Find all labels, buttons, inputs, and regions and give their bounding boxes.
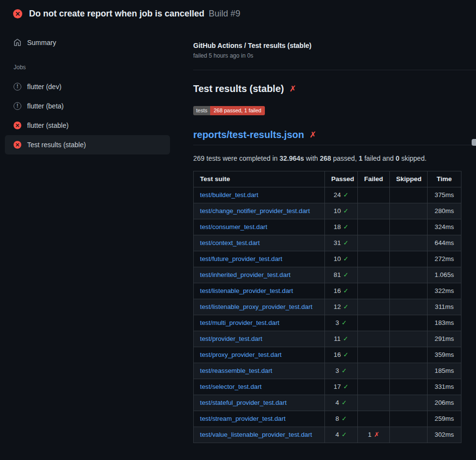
failed-cell — [358, 315, 390, 331]
test-suite-link[interactable]: test/value_listenable_provider_test.dart — [200, 431, 312, 438]
test-suite-link[interactable]: test/consumer_test.dart — [200, 223, 267, 230]
skipped-cell — [390, 427, 428, 443]
sidebar-item-job[interactable]: ! flutter (dev) — [5, 77, 170, 96]
sidebar-jobs: ! flutter (dev) ! flutter (beta) × flutt… — [5, 77, 170, 154]
summary-value: 32.964s — [279, 154, 304, 162]
skipped-cell — [390, 203, 428, 219]
alert-circle-icon: ! — [14, 102, 21, 110]
sidebar-item-job[interactable]: ! flutter (beta) — [5, 96, 170, 116]
report-title: reports/test-results.json ✗ — [193, 129, 476, 145]
header: × Do not create report when job is cance… — [0, 0, 476, 19]
test-suite-link[interactable]: test/change_notifier_provider_test.dart — [200, 207, 310, 215]
test-suite-link[interactable]: test/multi_provider_test.dart — [200, 319, 279, 326]
time-cell: 311ms — [428, 299, 461, 315]
suite-cell: test/value_listenable_provider_test.dart — [194, 427, 325, 443]
test-suite-link[interactable]: test/stateful_provider_test.dart — [200, 399, 287, 406]
table-row: test/stateful_provider_test.dart 4✓ 206m… — [194, 395, 461, 411]
time-cell: 302ms — [428, 427, 461, 443]
suite-cell: test/provider_test.dart — [194, 331, 325, 347]
x-icon: ✗ — [289, 83, 296, 94]
table-row: test/future_provider_test.dart 10✓ 272ms — [194, 251, 461, 267]
time-cell: 324ms — [428, 219, 461, 235]
badge-label: tests — [193, 106, 210, 115]
check-icon: ✓ — [343, 335, 348, 342]
sidebar-item-label: flutter (stable) — [27, 122, 69, 129]
table-row: test/reassemble_test.dart 3✓ 185ms — [194, 363, 461, 379]
passed-cell: 3✓ — [325, 315, 358, 331]
suite-cell: test/listenable_provider_test.dart — [194, 283, 325, 299]
x-circle-icon: × — [13, 9, 22, 18]
skipped-cell — [390, 347, 428, 363]
results-table: Test suitePassedFailedSkippedTime test/b… — [193, 171, 461, 443]
check-icon: ✓ — [341, 319, 347, 326]
check-icon: ✓ — [343, 207, 349, 215]
failed-cell — [358, 267, 390, 283]
skipped-cell — [390, 283, 428, 299]
skipped-cell — [390, 251, 428, 267]
test-suite-link[interactable]: test/listenable_proxy_provider_test.dart — [200, 303, 312, 310]
skipped-cell — [390, 267, 428, 283]
scrollbar-thumb[interactable] — [472, 139, 476, 146]
table-row: test/builder_test.dart 24✓ 375ms — [194, 187, 461, 203]
sidebar-item-job[interactable]: × Test results (stable) — [5, 135, 170, 154]
check-icon: ✓ — [343, 271, 349, 278]
test-suite-link[interactable]: test/selector_test.dart — [200, 383, 261, 390]
table-row: test/consumer_test.dart 18✓ 324ms — [194, 219, 461, 235]
check-icon: ✓ — [343, 303, 349, 310]
sidebar-item-job[interactable]: × flutter (stable) — [5, 116, 170, 135]
section-title-text: Test results (stable) — [193, 83, 284, 94]
table-row: test/proxy_provider_test.dart 16✓ 359ms — [194, 347, 461, 363]
failed-cell — [358, 411, 390, 427]
table-row: test/change_notifier_provider_test.dart … — [194, 203, 461, 219]
table-row: test/value_listenable_provider_test.dart… — [194, 427, 461, 443]
skipped-cell — [390, 411, 428, 427]
failed-cell: 1✗ — [358, 427, 390, 443]
sidebar-item-summary[interactable]: Summary — [5, 34, 170, 51]
summary-text: skipped. — [399, 154, 427, 162]
test-suite-link[interactable]: test/proxy_provider_test.dart — [200, 351, 282, 358]
failed-cell — [358, 379, 390, 395]
passed-cell: 18✓ — [325, 219, 358, 235]
sidebar-item-label: Test results (stable) — [27, 141, 86, 149]
check-icon: ✓ — [343, 383, 349, 390]
suite-cell: test/consumer_test.dart — [194, 219, 325, 235]
passed-cell: 16✓ — [325, 283, 358, 299]
test-suite-link[interactable]: test/inherited_provider_test.dart — [200, 271, 291, 278]
test-suite-link[interactable]: test/builder_test.dart — [200, 191, 258, 199]
passed-cell: 24✓ — [325, 187, 358, 203]
skipped-cell — [390, 331, 428, 347]
summary-text: failed and — [363, 154, 396, 162]
test-suite-link[interactable]: test/listenable_provider_test.dart — [200, 287, 293, 294]
suite-cell: test/proxy_provider_test.dart — [194, 347, 325, 363]
table-row: test/provider_test.dart 11✓ 291ms — [194, 331, 461, 347]
badge-value: 268 passed, 1 failed — [210, 106, 264, 115]
summary-value: 268 — [320, 154, 331, 162]
passed-cell: 81✓ — [325, 267, 358, 283]
test-suite-link[interactable]: test/context_test.dart — [200, 239, 260, 246]
check-icon: ✓ — [343, 287, 349, 294]
suite-cell: test/multi_provider_test.dart — [194, 315, 325, 331]
test-suite-link[interactable]: test/future_provider_test.dart — [200, 255, 282, 262]
passed-cell: 11✓ — [325, 331, 358, 347]
test-suite-link[interactable]: test/reassemble_test.dart — [200, 367, 272, 374]
summary-value: 0 — [396, 154, 399, 162]
sidebar-item-label: Summary — [27, 39, 56, 46]
passed-cell: 31✓ — [325, 235, 358, 251]
failed-cell — [358, 395, 390, 411]
page-title: Do not create report when job is cancell… — [29, 8, 240, 19]
failed-cell — [358, 347, 390, 363]
suite-cell: test/inherited_provider_test.dart — [194, 267, 325, 283]
skipped-cell — [390, 315, 428, 331]
test-suite-link[interactable]: test/provider_test.dart — [200, 335, 262, 342]
failed-cell — [358, 219, 390, 235]
column-header: Skipped — [390, 171, 428, 187]
skipped-cell — [390, 235, 428, 251]
test-suite-link[interactable]: test/stream_provider_test.dart — [200, 415, 286, 422]
column-header: Failed — [358, 171, 390, 187]
table-row: test/selector_test.dart 17✓ 331ms — [194, 379, 461, 395]
table-row: test/multi_provider_test.dart 3✓ 183ms — [194, 315, 461, 331]
time-cell: 272ms — [428, 251, 461, 267]
passed-cell: 17✓ — [325, 379, 358, 395]
time-cell: 206ms — [428, 395, 461, 411]
report-link[interactable]: reports/test-results.json — [193, 129, 304, 140]
